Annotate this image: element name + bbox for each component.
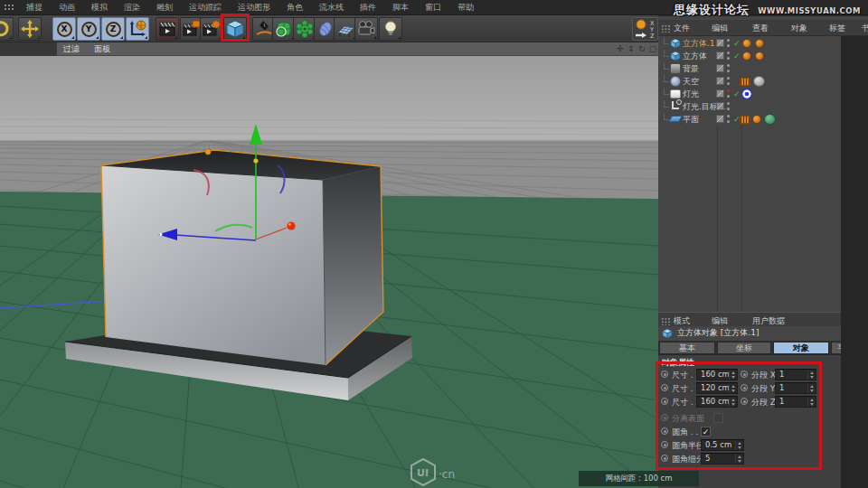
column-separator bbox=[717, 126, 718, 312]
cube-object-icon bbox=[670, 38, 681, 49]
edge-point-handle[interactable] bbox=[205, 149, 211, 155]
menu-snap[interactable]: 捕捉 bbox=[18, 0, 51, 15]
om-menu-bookmarks[interactable]: 书签 bbox=[862, 20, 868, 36]
phong-tag-icon[interactable] bbox=[742, 39, 751, 48]
cube-front-face[interactable] bbox=[101, 165, 326, 365]
layer-chip[interactable] bbox=[716, 102, 724, 110]
site-watermark: 思缘设计论坛 WWW.MISSYUAN.COM bbox=[674, 0, 861, 18]
menu-simulate[interactable]: 模拟 bbox=[83, 0, 116, 15]
object-row-cube1[interactable]: 立方体.1 ✓ bbox=[658, 37, 841, 50]
scale-handle[interactable] bbox=[287, 221, 295, 230]
light-object-icon[interactable] bbox=[379, 17, 402, 41]
layer-chip[interactable] bbox=[716, 39, 724, 47]
cube-object-icon bbox=[670, 51, 681, 61]
coordinate-system-icon[interactable] bbox=[126, 17, 149, 41]
compositing-tag-icon[interactable] bbox=[740, 78, 750, 86]
enabled-check-icon[interactable]: ✓ bbox=[733, 50, 741, 62]
object-row-light-target[interactable]: 灯光.目标.1 bbox=[658, 100, 841, 113]
move-tool-icon[interactable] bbox=[18, 17, 42, 41]
phong-tag-icon[interactable] bbox=[742, 52, 751, 61]
target-tag-icon[interactable] bbox=[741, 89, 752, 99]
visibility-dots[interactable] bbox=[727, 77, 731, 86]
render-view-icon[interactable] bbox=[156, 17, 179, 41]
column-separator bbox=[741, 126, 742, 312]
plane-object-icon bbox=[668, 116, 683, 122]
lock-y-axis-icon[interactable]: Y bbox=[77, 17, 100, 41]
enabled-check-icon[interactable]: ✓ bbox=[733, 37, 741, 50]
attribute-tabs: 基本 坐标 对象 平 bbox=[658, 341, 868, 355]
layer-chip[interactable] bbox=[716, 77, 724, 85]
om-menu-edit[interactable]: 编辑 bbox=[712, 20, 728, 36]
layer-chip[interactable] bbox=[716, 64, 724, 72]
cube-object-icon bbox=[662, 328, 673, 339]
om-menu-tags[interactable]: 标签 bbox=[829, 20, 845, 36]
tab-coordinates[interactable]: 坐标 bbox=[717, 342, 771, 354]
undo-rotate-icon[interactable] bbox=[0, 17, 14, 41]
lock-x-axis-icon[interactable]: X bbox=[52, 17, 76, 41]
panel-grip-icon[interactable] bbox=[661, 24, 671, 33]
viewport-menubar: 过滤 面板 ✛ ↕ ↻ ▢ bbox=[0, 42, 658, 56]
object-row-light[interactable]: 灯光 ✓ bbox=[658, 88, 841, 100]
viewport-menu-panel[interactable]: 面板 bbox=[94, 42, 110, 56]
menu-animation[interactable]: 动画 bbox=[51, 0, 83, 15]
texture-tag-icon[interactable] bbox=[764, 114, 776, 125]
compositing-tag-icon[interactable] bbox=[740, 116, 750, 124]
highlight-box-cube-tool bbox=[221, 14, 250, 42]
cube-object[interactable] bbox=[101, 149, 383, 365]
object-row-background[interactable]: 背景 bbox=[658, 62, 841, 75]
maximize-view-icon[interactable]: ▢ bbox=[648, 43, 657, 54]
texture-tag-icon[interactable] bbox=[753, 76, 765, 87]
om-menu-view[interactable]: 查看 bbox=[752, 20, 769, 36]
enabled-check-icon[interactable]: ✓ bbox=[733, 88, 741, 100]
lock-z-axis-icon[interactable]: Z bbox=[101, 17, 125, 41]
phong-tag-icon[interactable] bbox=[755, 39, 764, 48]
visibility-dots[interactable] bbox=[727, 64, 731, 73]
pan-view-icon[interactable]: ✛ bbox=[616, 43, 625, 54]
panel-right-gutter bbox=[841, 36, 868, 488]
phong-tag-icon[interactable] bbox=[755, 52, 764, 61]
om-menu-objects[interactable]: 对象 bbox=[791, 20, 807, 36]
tab-object[interactable]: 对象 bbox=[773, 342, 829, 354]
phong-tag-icon[interactable] bbox=[752, 115, 761, 124]
viewport-menu-corner[interactable] bbox=[0, 42, 57, 56]
menu-character[interactable]: 角色 bbox=[278, 0, 311, 15]
dolly-view-icon[interactable]: ↕ bbox=[627, 43, 636, 54]
om-menu-file[interactable]: 文件 bbox=[674, 20, 690, 36]
menu-plugins[interactable]: 插件 bbox=[352, 0, 384, 15]
camera-object-icon[interactable] bbox=[354, 17, 378, 41]
visibility-dots[interactable] bbox=[727, 102, 731, 111]
object-row-cube[interactable]: 立方体 ✓ bbox=[658, 50, 841, 62]
tab-basic[interactable]: 基本 bbox=[659, 342, 715, 354]
visibility-dots[interactable] bbox=[727, 52, 731, 61]
object-row-plane[interactable]: 平面 ✓ bbox=[658, 113, 841, 126]
menu-pipeline[interactable]: 流水线 bbox=[311, 0, 352, 15]
layer-chip[interactable] bbox=[716, 89, 724, 98]
svg-text:Z: Z bbox=[650, 33, 655, 40]
sky-object-icon bbox=[670, 76, 681, 87]
visibility-dots[interactable] bbox=[727, 89, 731, 99]
menu-script[interactable]: 脚本 bbox=[384, 0, 417, 15]
svg-text:UI: UI bbox=[417, 467, 429, 479]
visibility-dots[interactable] bbox=[727, 115, 731, 124]
menu-window[interactable]: 窗口 bbox=[417, 0, 449, 15]
layer-chip[interactable] bbox=[716, 52, 724, 60]
menu-help[interactable]: 帮助 bbox=[449, 0, 482, 15]
menu-sculpt[interactable]: 雕刻 bbox=[148, 0, 181, 15]
light-object-icon bbox=[670, 89, 681, 99]
visibility-dots[interactable] bbox=[727, 39, 731, 48]
orbit-view-icon[interactable]: ↻ bbox=[637, 43, 646, 54]
watermark-title: 思缘设计论坛 bbox=[674, 3, 750, 16]
menubar-grip-icon[interactable] bbox=[4, 4, 15, 12]
layer-chip[interactable] bbox=[716, 115, 724, 123]
axis-ball-icon bbox=[637, 20, 646, 29]
3d-viewport[interactable]: 过滤 面板 ✛ ↕ ↻ ▢ bbox=[0, 42, 658, 488]
viewport-controls: ✛ ↕ ↻ ▢ bbox=[616, 43, 657, 54]
viewport-menu-filter[interactable]: 过滤 bbox=[63, 42, 80, 56]
menu-render[interactable]: 渲染 bbox=[116, 0, 148, 15]
object-row-sky[interactable]: 天空 bbox=[658, 75, 841, 88]
panel-grip-icon[interactable] bbox=[661, 317, 671, 325]
main-toolbar: X Y Z bbox=[0, 15, 658, 42]
svg-text:·cn: ·cn bbox=[439, 468, 455, 481]
scene-canvas[interactable]: UI ·cn bbox=[0, 56, 658, 488]
watermark-url: WWW.MISSYUAN.COM bbox=[758, 6, 861, 15]
